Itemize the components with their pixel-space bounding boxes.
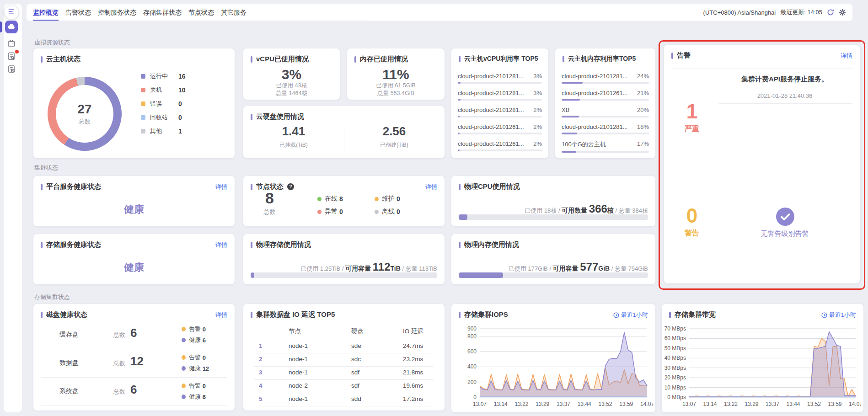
platform-detail-link[interactable]: 详情 xyxy=(215,183,227,191)
vm-name: cloud-product-2101281... xyxy=(458,107,524,113)
screen-monitor-icon xyxy=(7,39,16,50)
disk-name: sde xyxy=(351,342,361,349)
help-icon[interactable]: ? xyxy=(287,183,294,190)
column-header-disk: 硬盘 xyxy=(351,327,364,336)
vm-percent: 3% xyxy=(533,90,542,96)
legend-item: 关机10 xyxy=(141,83,228,97)
bandwidth-range-link[interactable]: 最近1小时 xyxy=(821,311,856,319)
disk-name: sdf xyxy=(351,382,359,389)
legend-value: 16 xyxy=(178,73,186,80)
svg-text:14:07: 14:07 xyxy=(640,401,653,407)
node-detail-link[interactable]: 详情 xyxy=(425,183,437,191)
status-dot xyxy=(317,210,321,214)
svg-text:60 MBps: 60 MBps xyxy=(664,335,686,341)
legend-value: 1 xyxy=(178,128,182,135)
vm-percent: 20% xyxy=(637,107,649,113)
card-platform-health: 平台服务健康状态 详情 健康 xyxy=(33,176,235,226)
rank: 5 xyxy=(259,395,263,402)
legend-value: 0 xyxy=(178,100,182,107)
node-name: node-2 xyxy=(289,382,308,389)
title-marker xyxy=(354,56,356,63)
available-unit: GiB xyxy=(598,265,610,272)
disk-mounted-value: 1.41 xyxy=(243,124,344,139)
card-title: 物理CPU使用情况 xyxy=(464,182,520,191)
healthy-value: 6 xyxy=(203,337,206,344)
sidebar-item-history[interactable] xyxy=(5,64,18,76)
healthy-label: 健康 xyxy=(189,336,201,344)
tab-monitor-overview[interactable]: 监控概览 xyxy=(33,4,59,21)
card-title: 磁盘健康状态 xyxy=(46,310,87,319)
status-label: 在线 xyxy=(325,195,338,203)
svg-text:40 MBps: 40 MBps xyxy=(664,355,686,361)
sidebar-item-monitoring[interactable] xyxy=(5,21,18,33)
svg-text:14:07: 14:07 xyxy=(849,401,861,407)
card-title: 告警 xyxy=(677,51,691,60)
disk-healthy-count: 健康 6 xyxy=(182,391,206,402)
svg-text:50 MBps: 50 MBps xyxy=(664,345,686,352)
disk-type: 缓存盘 xyxy=(59,331,79,339)
refresh-icon[interactable] xyxy=(827,9,834,16)
title-marker xyxy=(41,242,43,248)
used-label: 已使用 177GiB / xyxy=(509,265,553,272)
legend-swatch xyxy=(141,129,145,133)
physical-cpu-stats: 已使用 18核 / 可用数量 366核 / 总量 384核 xyxy=(525,203,648,215)
memory-percent: 11% xyxy=(382,67,409,82)
disk-healthy-count: 健康 12 xyxy=(182,363,209,374)
storage-service-detail-link[interactable]: 详情 xyxy=(215,241,227,249)
disk-name: sdd xyxy=(351,395,361,402)
tab-other-services[interactable]: 其它服务 xyxy=(221,4,246,21)
legend-value: 10 xyxy=(178,86,186,94)
card-title: 存储服务健康状态 xyxy=(46,240,101,249)
alert-label: 告警 xyxy=(189,325,201,333)
top5-row: 100个G的云主机17% xyxy=(562,140,649,153)
settings-gear-icon[interactable] xyxy=(839,9,846,16)
available-value: 112 xyxy=(373,261,391,273)
card-title: 云硬盘使用情况 xyxy=(256,112,304,121)
rank: 4 xyxy=(259,382,263,389)
healthy-dot xyxy=(182,366,186,371)
total-label: / 总量 113TiB xyxy=(401,265,437,272)
title-marker xyxy=(251,184,252,190)
sidebar-collapse-button[interactable] xyxy=(5,5,18,19)
sidebar-item-screen[interactable] xyxy=(5,38,18,51)
healthy-label: 健康 xyxy=(189,364,201,373)
alerts-detail-link[interactable]: 详情 xyxy=(841,52,852,60)
latency-value: 21.8ms xyxy=(403,369,423,376)
disk-alert-count: 告警 0 xyxy=(182,352,209,363)
total-label: 总数 xyxy=(113,359,125,368)
healthy-value: 6 xyxy=(203,394,206,400)
svg-text:13:07: 13:07 xyxy=(473,401,487,407)
sidebar-item-inspection[interactable] xyxy=(5,51,18,64)
disk-health-detail-link[interactable]: 详情 xyxy=(215,311,227,319)
tab-alert-status[interactable]: 告警状态 xyxy=(65,4,91,21)
notification-badge xyxy=(15,50,19,53)
vm-percent: 2% xyxy=(533,140,542,147)
section-virtual-resources: 虚拟资源状态 xyxy=(34,38,70,47)
disk-type: 系统盘 xyxy=(59,387,79,395)
svg-text:13:29: 13:29 xyxy=(745,401,758,407)
donut-center: 27 总数 xyxy=(56,85,113,143)
memory-total: 总量 553.4GiB xyxy=(377,90,414,97)
svg-text:13:29: 13:29 xyxy=(536,401,549,407)
tab-node-status[interactable]: 节点状态 xyxy=(188,4,214,21)
tab-storage-cluster-status[interactable]: 存储集群状态 xyxy=(143,4,182,21)
title-marker xyxy=(669,312,671,318)
card-title: 存储集群带宽 xyxy=(675,310,716,319)
title-marker xyxy=(459,56,461,62)
vertical-divider xyxy=(303,189,303,220)
title-marker xyxy=(563,56,564,62)
vm-status-legend: 运行中16 关机10 错误0 回收站0 其他1 xyxy=(141,69,228,138)
card-title: vCPU已使用情况 xyxy=(256,55,309,64)
alert-value: 0 xyxy=(203,326,206,333)
disk-created-value: 2.56 xyxy=(344,124,445,139)
alert-value: 0 xyxy=(203,383,206,389)
usage-bar xyxy=(562,151,649,153)
node-total-value: 8 xyxy=(252,190,287,206)
vcpu-total: 总量 1464核 xyxy=(276,90,307,97)
disk-name: sdc xyxy=(351,356,361,363)
healthy-value: 12 xyxy=(203,365,209,372)
iops-range-link[interactable]: 最近1小时 xyxy=(613,311,648,319)
physical-memory-stats: 已使用 177GiB / 可用容量 577GiB / 总量 754GiB xyxy=(509,261,648,273)
platform-status: 健康 xyxy=(33,203,235,216)
tab-control-service-status[interactable]: 控制服务状态 xyxy=(98,4,136,21)
